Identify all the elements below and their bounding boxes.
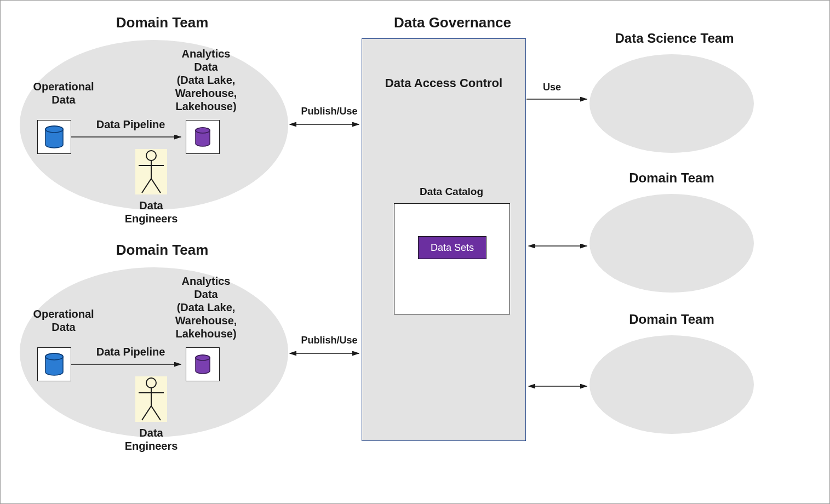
- operational-data-label-bottom: Operational Data: [25, 307, 102, 334]
- database-icon: [194, 354, 211, 374]
- domain-team-right1-arrow: [525, 242, 591, 250]
- database-icon: [194, 127, 211, 147]
- data-sets-box: Data Sets: [418, 236, 486, 259]
- analytics-line3-top: (Data Lake,: [177, 74, 236, 86]
- analytics-line5-b: Lakehouse): [175, 328, 236, 340]
- engineers-line1-top: Data: [139, 199, 163, 211]
- data-access-control-label: Data Access Control: [375, 76, 513, 90]
- data-pipeline-label-bottom: Data Pipeline: [85, 345, 176, 358]
- engineers-line1-b: Data: [139, 427, 163, 439]
- pipeline-arrow-bottom: [71, 360, 186, 371]
- data-engineers-label-top: Data Engineers: [113, 199, 190, 225]
- publish-use-arrow-top: [287, 120, 363, 129]
- data-pipeline-label-top: Data Pipeline: [85, 118, 176, 131]
- operational-label-line1-b: Operational: [33, 308, 94, 320]
- operational-label-line2-b: Data: [51, 321, 75, 333]
- data-sets-label: Data Sets: [431, 242, 474, 254]
- analytics-line4-b: Warehouse,: [175, 314, 237, 327]
- data-science-team-title: Data Science Team: [592, 31, 757, 46]
- engineers-line2-top: Engineers: [125, 213, 178, 225]
- analytics-db-bottom: [186, 347, 220, 381]
- diagram-canvas: Domain Team Operational Data Analytics D…: [0, 0, 830, 504]
- domain-team-top-title: Domain Team: [94, 14, 231, 31]
- domain-team-right2-arrow: [525, 382, 591, 391]
- pipeline-arrow-top: [71, 133, 186, 144]
- domain-team-right2-title: Domain Team: [611, 312, 732, 327]
- database-icon: [44, 353, 64, 376]
- analytics-line4-top: Warehouse,: [175, 87, 237, 99]
- analytics-line5-top: Lakehouse): [175, 100, 236, 112]
- use-arrow: [525, 95, 591, 104]
- operational-db-top: [37, 120, 71, 154]
- publish-use-label-top: Publish/Use: [296, 106, 362, 117]
- analytics-line1-top: Analytics: [182, 48, 231, 60]
- domain-team-right2-ellipse: [589, 335, 754, 434]
- analytics-data-label-top: Analytics Data (Data Lake, Warehouse, La…: [165, 47, 247, 113]
- domain-team-bottom-title: Domain Team: [94, 242, 231, 259]
- analytics-db-top: [186, 120, 220, 154]
- data-engineers-label-bottom: Data Engineers: [113, 426, 190, 453]
- operational-label-line1: Operational: [33, 81, 94, 93]
- data-science-team-ellipse: [589, 54, 754, 153]
- operational-db-bottom: [37, 347, 71, 381]
- person-icon: [132, 146, 170, 198]
- engineers-line2-b: Engineers: [125, 440, 178, 452]
- data-catalog-title: Data Catalog: [410, 186, 493, 198]
- operational-label-line2: Data: [51, 94, 75, 106]
- analytics-line1-b: Analytics: [182, 275, 231, 287]
- domain-team-right1-ellipse: [589, 194, 754, 293]
- analytics-line2-b: Data: [194, 288, 217, 300]
- person-icon: [132, 373, 170, 425]
- analytics-line2-top: Data: [194, 61, 217, 73]
- data-governance-title: Data Governance: [384, 14, 521, 31]
- analytics-line3-b: (Data Lake,: [177, 301, 236, 313]
- database-icon: [44, 125, 64, 148]
- operational-data-label-top: Operational Data: [25, 80, 102, 106]
- publish-use-arrow-bottom: [287, 349, 363, 358]
- use-label: Use: [543, 82, 576, 93]
- domain-team-right1-title: Domain Team: [611, 170, 732, 186]
- analytics-data-label-bottom: Analytics Data (Data Lake, Warehouse, La…: [165, 274, 247, 340]
- publish-use-label-bottom: Publish/Use: [296, 335, 362, 346]
